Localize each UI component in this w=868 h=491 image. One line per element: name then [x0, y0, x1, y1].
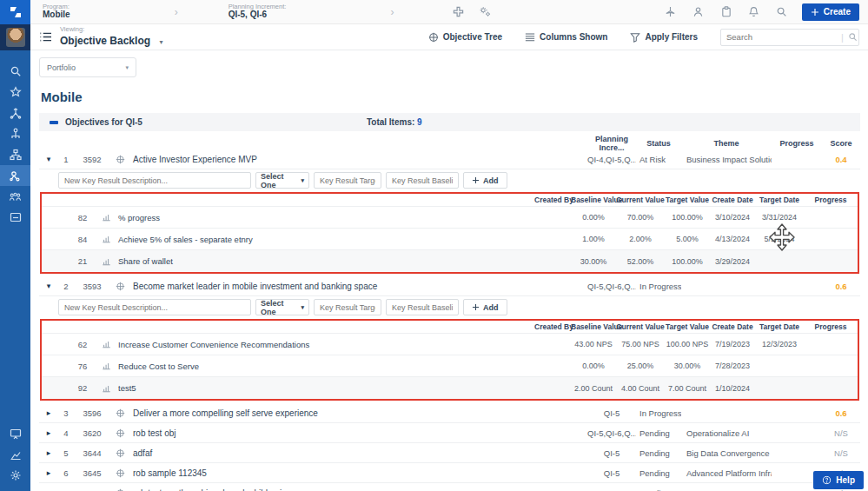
- kr-header-target: Target Value: [665, 196, 710, 204]
- objective-row[interactable]: ▸ 4 3620 rob test obj QI-5,QI-6,Q... Pen…: [39, 423, 860, 443]
- sidebar-reports-icon[interactable]: [0, 444, 30, 465]
- current-value-cell: 2.00%: [616, 235, 665, 243]
- kr-header-create-date: Create Date: [710, 322, 755, 331]
- sidebar-search-icon[interactable]: [0, 61, 30, 82]
- jira-align-logo[interactable]: [0, 0, 30, 24]
- key-result-title[interactable]: Increase Customer Convenience Recommenda…: [115, 340, 534, 349]
- program-selector[interactable]: Program: Mobile: [43, 3, 70, 19]
- expand-chevron-icon[interactable]: ▸: [39, 428, 58, 437]
- expand-chevron-icon[interactable]: ▸: [39, 468, 58, 477]
- key-result-row[interactable]: 92 test5 2.00 Count 4.00 Count 7.00 Coun…: [42, 377, 858, 399]
- collapse-section-icon[interactable]: [50, 121, 58, 124]
- bell-icon[interactable]: [746, 4, 762, 20]
- plane-icon[interactable]: [663, 4, 679, 20]
- sidebar-backlog-card-icon[interactable]: [0, 207, 30, 228]
- top-app-bar: Program: Mobile › Planning Increment: QI…: [0, 0, 868, 24]
- search-divider: |: [841, 32, 844, 43]
- create-date-cell: 7/28/2023: [710, 362, 755, 370]
- planning-increment-selector[interactable]: Planning Increment: QI-5, QI-6: [229, 3, 287, 19]
- key-result-baseline-input[interactable]: [386, 299, 459, 315]
- key-result-row[interactable]: 62 Increase Customer Convenience Recomme…: [42, 334, 858, 355]
- target-value-cell: 100.00 NPS: [665, 340, 710, 348]
- key-result-title[interactable]: Achieve 5% of sales - separate etnry: [115, 235, 534, 244]
- key-result-title[interactable]: Share of wallet: [115, 256, 534, 266]
- objective-title[interactable]: rob test another obj under rob child epi…: [129, 488, 558, 491]
- key-result-target-input[interactable]: [314, 172, 381, 189]
- key-result-title[interactable]: Reduce Cost to Serve: [115, 362, 534, 371]
- kr-header-target-date: Target Date: [755, 196, 804, 204]
- search-icon[interactable]: [848, 32, 858, 42]
- expand-chevron-icon[interactable]: ▸: [39, 448, 58, 457]
- sidebar-presentation-icon[interactable]: [0, 423, 30, 444]
- objective-tree-button[interactable]: Objective Tree: [428, 32, 502, 43]
- key-result-title[interactable]: % progress: [115, 213, 534, 222]
- apply-filters-button[interactable]: Apply Filters: [630, 32, 698, 43]
- help-button[interactable]: Help: [813, 471, 864, 489]
- objective-row[interactable]: ▸ 3 3596 Deliver a more compelling self …: [39, 403, 860, 423]
- objective-title[interactable]: Active Investor Experience MVP: [129, 155, 558, 164]
- new-key-result-description-input[interactable]: [58, 172, 251, 189]
- objective-target-icon: [110, 488, 129, 491]
- sidebar-settings-gear-icon[interactable]: [0, 465, 30, 486]
- objective-title[interactable]: Deliver a more compelling self serve exp…: [129, 408, 558, 418]
- search-icon[interactable]: [774, 4, 790, 20]
- create-button[interactable]: Create: [802, 3, 859, 21]
- key-result-row[interactable]: 84 Achieve 5% of sales - separate etnry …: [42, 229, 858, 250]
- objective-title[interactable]: rob test obj: [129, 428, 558, 438]
- objective-title[interactable]: adfaf: [129, 448, 558, 458]
- settings-gears-icon[interactable]: [478, 5, 492, 18]
- create-date-cell: 1/10/2024: [710, 384, 755, 393]
- objective-row[interactable]: ▸ 7 3646 rob test another obj under rob …: [39, 483, 860, 491]
- add-key-result-button[interactable]: Add: [463, 172, 507, 189]
- new-key-result-description-input[interactable]: [58, 299, 251, 315]
- sidebar-favorites-star-icon[interactable]: [0, 82, 30, 103]
- score-cell: N/S: [822, 448, 860, 458]
- expand-chevron-icon[interactable]: ▾: [39, 155, 58, 163]
- current-user-avatar[interactable]: [0, 24, 30, 50]
- total-items-value: 9: [417, 117, 422, 127]
- viewing-label: Viewing:: [60, 26, 163, 33]
- sidebar-portfolio-tree-icon[interactable]: [0, 123, 30, 144]
- key-result-type-select[interactable]: Select One ▾: [255, 299, 309, 315]
- row-number: 6: [58, 468, 74, 478]
- objective-row[interactable]: ▾ 2 3593 Become market leader in mobile …: [39, 276, 860, 296]
- expand-chevron-icon[interactable]: ▾: [39, 282, 58, 290]
- target-value-cell: 100.00%: [665, 213, 710, 222]
- columns-shown-button[interactable]: Columns Shown: [525, 32, 607, 42]
- viewing-value: Objective Backlog: [60, 35, 150, 47]
- search-input[interactable]: [726, 32, 841, 42]
- objectives-table-body: ▾ 1 3592 Active Investor Experience MVP …: [39, 149, 860, 491]
- add-node-icon[interactable]: [453, 6, 464, 17]
- objective-row[interactable]: ▸ 5 3644 adfaf QI-5 Pending Big Data Con…: [39, 443, 860, 463]
- key-result-type-select[interactable]: Select One ▾: [255, 172, 309, 189]
- sidebar-objectives-icon[interactable]: [0, 165, 30, 186]
- total-items: Total Items: 9: [367, 117, 422, 127]
- user-icon[interactable]: [691, 4, 706, 20]
- status-cell: Pending: [636, 468, 681, 478]
- section-title: Objectives for QI-5: [65, 117, 142, 127]
- viewing-selector[interactable]: Viewing: Objective Backlog ▾: [60, 26, 163, 49]
- clipboard-icon[interactable]: [719, 4, 734, 20]
- portfolio-dropdown-label: Portfolio: [47, 63, 76, 72]
- target-date-cell: 3/31/2024: [755, 213, 804, 222]
- add-key-result-button[interactable]: Add: [463, 299, 507, 315]
- sidebar-teams-icon[interactable]: [0, 186, 30, 207]
- key-result-title[interactable]: test5: [115, 383, 534, 393]
- expand-chevron-icon[interactable]: ▸: [39, 408, 58, 417]
- key-result-row[interactable]: 21 Share of wallet 30.00% 52.00% 100.00%…: [42, 250, 858, 272]
- key-result-row[interactable]: 76 Reduce Cost to Serve 0.00% 25.00% 30.…: [42, 355, 858, 377]
- row-number: 3: [58, 408, 74, 418]
- view-list-icon[interactable]: [39, 31, 52, 43]
- sidebar-program-board-icon[interactable]: [0, 144, 30, 165]
- target-date-cell: 12/3/2023: [755, 340, 804, 348]
- key-result-target-input[interactable]: [314, 299, 381, 315]
- key-result-baseline-input[interactable]: [386, 172, 459, 189]
- portfolio-dropdown[interactable]: Portfolio ▾: [39, 57, 136, 77]
- objective-row[interactable]: ▸ 6 3645 rob sample 112345 QI-5 Pending …: [39, 463, 860, 483]
- objective-title[interactable]: Become market leader in mobile investmen…: [129, 282, 558, 291]
- baseline-value-cell: 2.00 Count: [571, 384, 616, 393]
- objective-title[interactable]: rob sample 112345: [129, 468, 558, 478]
- sidebar-strategy-icon[interactable]: [0, 103, 30, 123]
- objective-row[interactable]: ▾ 1 3592 Active Investor Experience MVP …: [39, 149, 860, 169]
- key-result-row[interactable]: 82 % progress 0.00% 70.00% 100.00% 3/10/…: [42, 207, 858, 229]
